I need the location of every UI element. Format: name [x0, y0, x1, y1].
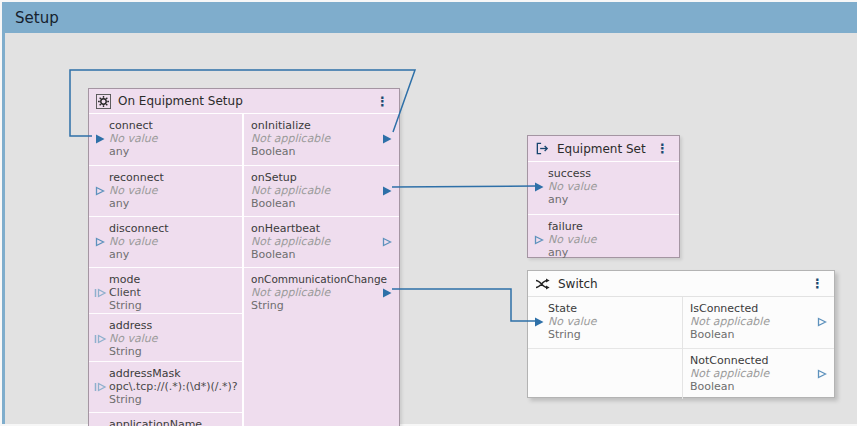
section-titlebar: Setup — [2, 2, 857, 33]
port-marker-icon[interactable] — [381, 134, 394, 144]
gear-icon — [96, 94, 111, 109]
port-row-notconnected: NotConnected Not applicable Boolean — [683, 348, 834, 399]
port-row-isconnected: IsConnected Not applicable Boolean — [683, 297, 834, 348]
inputs-column: State No value String — [528, 297, 682, 399]
port-row-oncommunicationchange: onCommunicationChange Not applicable Str… — [244, 267, 399, 313]
port-row-mode: mode Client String — [89, 267, 242, 313]
port-marker-icon[interactable] — [533, 182, 546, 192]
port-marker-icon[interactable] — [381, 288, 394, 298]
port-marker-icon[interactable] — [533, 317, 546, 327]
port-marker-icon[interactable] — [381, 237, 394, 247]
port-marker-icon[interactable] — [533, 235, 546, 245]
port-row-onsetup: onSetup Not applicable Boolean — [244, 165, 399, 216]
kebab-menu-icon[interactable]: ⋮ — [653, 140, 672, 157]
port-row-state: State No value String — [528, 297, 682, 348]
inputs-column: connect No value any reconnect No value … — [89, 114, 242, 426]
inputs-column: success No value any failure No value an… — [528, 162, 679, 259]
port-marker-icon[interactable] — [94, 334, 107, 344]
port-row-failure: failure No value any — [528, 214, 679, 259]
port-row-disconnect: disconnect No value any — [89, 216, 242, 267]
exit-arrow-icon — [535, 141, 550, 156]
port-marker-icon[interactable] — [816, 369, 829, 379]
port-marker-icon[interactable] — [381, 186, 394, 196]
kebab-menu-icon[interactable]: ⋮ — [808, 275, 827, 292]
node-title: Switch — [558, 277, 598, 291]
port-row-address: address No value String — [89, 313, 242, 361]
port-marker-icon[interactable] — [816, 317, 829, 327]
node-switch[interactable]: Switch ⋮ State No value String IsConnect… — [527, 270, 835, 398]
node-header[interactable]: Equipment Setu... ⋮ — [528, 136, 679, 162]
node-header[interactable]: Switch ⋮ — [528, 271, 834, 297]
flow-editor-page: Setup On Equipment Setup ⋮ connect No va… — [0, 0, 857, 426]
port-marker-icon[interactable] — [94, 237, 107, 247]
outputs-column: IsConnected Not applicable Boolean NotCo… — [683, 297, 834, 399]
port-row-oninitialize: onInitialize Not applicable Boolean — [244, 114, 399, 165]
port-row-applicationname: applicationName — [89, 412, 242, 426]
port-marker-icon[interactable] — [94, 134, 107, 144]
port-row-connect: connect No value any — [89, 114, 242, 165]
page-title: Setup — [15, 9, 59, 27]
port-row-addressmask: addressMask opc\.tcp://(.*):(\d*)(/.*)? … — [89, 361, 242, 412]
outputs-column: onInitialize Not applicable Boolean onSe… — [244, 114, 399, 426]
kebab-menu-icon[interactable]: ⋮ — [373, 93, 392, 110]
shuffle-icon — [535, 277, 551, 291]
port-marker-icon[interactable] — [94, 382, 107, 392]
port-row-empty — [528, 348, 682, 399]
node-title: Equipment Setu... — [557, 142, 646, 156]
port-marker-icon[interactable] — [94, 288, 107, 298]
port-row-onheartbeat: onHeartbeat Not applicable Boolean — [244, 216, 399, 267]
node-on-equipment-setup[interactable]: On Equipment Setup ⋮ connect No value an… — [88, 88, 400, 426]
port-row-success: success No value any — [528, 162, 679, 214]
node-title: On Equipment Setup — [118, 94, 243, 108]
port-marker-icon[interactable] — [94, 186, 107, 196]
node-equipment-setup[interactable]: Equipment Setu... ⋮ success No value any… — [527, 135, 680, 258]
node-header[interactable]: On Equipment Setup ⋮ — [89, 89, 399, 114]
port-row-reconnect: reconnect No value any — [89, 165, 242, 216]
